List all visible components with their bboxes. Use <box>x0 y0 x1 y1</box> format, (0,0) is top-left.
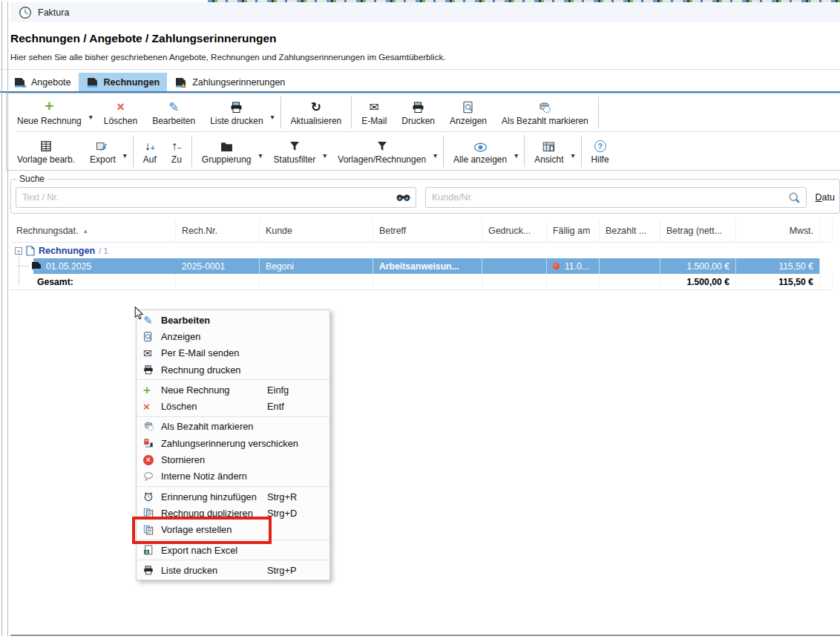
col-bezahlt[interactable]: Bezahlt ... <box>600 220 660 242</box>
alarm-clock-icon <box>143 491 161 502</box>
templates-invoices-dropdown-caret-icon[interactable]: ▾ <box>433 151 441 160</box>
menu-separator <box>137 379 329 380</box>
menu-item-zahlungserinnerung-verschicken[interactable]: Zahlungserinnerung verschicken <box>137 435 329 451</box>
col-gedruckt[interactable]: Gedruck... <box>482 220 547 242</box>
funnel-icon <box>289 137 301 152</box>
menu-item-per-email-senden[interactable]: ✉ Per E-Mail senden <box>137 345 329 361</box>
new-invoice-dropdown-caret-icon[interactable]: ▾ <box>89 113 96 121</box>
template-table-icon <box>40 137 52 152</box>
group-label: Rechnungen <box>39 246 95 256</box>
export-button[interactable]: Export <box>82 132 123 170</box>
menu-item-erinnerung-hinzufuegen[interactable]: Erinnerung hinzufügenStrg+R <box>137 488 329 505</box>
col-rechnungsdatum[interactable]: Rechnungsdat.▲ <box>10 220 176 242</box>
group-row-rechnungen[interactable]: − Rechnungen / 1 <box>10 243 830 258</box>
invoice-number: 2025-0001 <box>176 258 260 274</box>
delete-button[interactable]: × Löschen <box>96 94 145 131</box>
col-betrag[interactable]: Betrag (nett... <box>660 220 736 242</box>
col-betreff[interactable]: Betreff <box>373 220 482 242</box>
plus-icon: + <box>45 99 53 114</box>
print-button[interactable]: Drucken <box>394 94 442 131</box>
help-button[interactable]: ? Hilfe <box>584 132 617 170</box>
toolbar-separator <box>581 135 582 167</box>
collapse-all-button[interactable]: ↑− Zu <box>164 132 189 170</box>
magnifier-icon[interactable] <box>788 191 801 204</box>
window-title: Faktura <box>38 7 69 18</box>
menu-item-interne-notiz-aendern[interactable]: Interne Notiz ändern <box>137 468 329 485</box>
menu-item-neue-rechnung[interactable]: + Neue RechnungEinfg <box>137 381 329 398</box>
invoice-amount: 1.500,00 € <box>660 258 736 274</box>
toolbar-separator <box>191 135 192 167</box>
total-label: Gesamt: <box>37 277 73 287</box>
mark-paid-button[interactable]: Als Bezahlt markieren <box>494 94 596 131</box>
edit-pencil-icon: ✎ <box>168 99 179 114</box>
menu-item-bearbeiten[interactable]: ✎ Bearbeiten <box>137 312 329 328</box>
col-kunde[interactable]: Kunde <box>260 220 373 242</box>
menu-item-liste-drucken[interactable]: Liste druckenStrg+P <box>137 562 329 578</box>
menu-separator <box>137 416 329 417</box>
invoice-subject: Arbeitsanweisun... <box>373 258 482 274</box>
reminder-doc-icon <box>174 77 188 88</box>
search-customer-input[interactable] <box>425 187 807 208</box>
window-border-bottom <box>10 635 840 636</box>
delete-x-icon: × <box>117 99 125 114</box>
export-icon <box>96 137 109 152</box>
offer-doc-icon: % <box>13 77 27 88</box>
envelope-icon: ✉ <box>143 348 161 358</box>
status-filter-button[interactable]: Statusfilter <box>266 132 324 170</box>
menu-item-stornieren[interactable]: × Stornieren <box>137 451 329 468</box>
email-button[interactable]: ✉ E-Mail <box>354 94 394 131</box>
grouping-button[interactable]: Gruppierung <box>194 132 259 170</box>
toolbar: + Neue Rechnung ▾ × Löschen ✎ Bearbeiten… <box>6 93 840 171</box>
binoculars-icon[interactable] <box>396 194 410 202</box>
highlight-annotation-vorlage-erstellen <box>132 517 272 544</box>
view-dropdown-caret-icon[interactable]: ▾ <box>571 151 579 160</box>
invoice-vat: 115,50 € <box>736 258 820 274</box>
edit-pencil-icon: ✎ <box>143 315 161 326</box>
templates-invoices-filter-button[interactable]: Vorlagen/Rechnungen <box>330 132 433 170</box>
total-amount: 1.500,00 € <box>660 274 736 289</box>
total-row: Gesamt: 1.500,00 € 115,50 € <box>10 274 830 290</box>
print-list-button[interactable]: Liste drucken <box>203 94 270 131</box>
sort-asc-icon: ▲ <box>82 228 88 235</box>
search-text-input[interactable] <box>16 187 416 208</box>
edit-template-button[interactable]: Vorlage bearb. <box>10 132 82 170</box>
date-filter-label[interactable]: Datu <box>816 192 835 203</box>
tab-angebote[interactable]: % Angebote <box>6 73 79 91</box>
tab-zahlungserinnerungen[interactable]: Zahlungserinnerungen <box>167 73 292 91</box>
view-button[interactable]: Ansicht <box>527 132 571 170</box>
export-dropdown-caret-icon[interactable]: ▾ <box>123 151 131 160</box>
table-header-row: Rechnungsdat.▲ Rech.Nr. Kunde Betreff Ge… <box>10 220 830 243</box>
col-faellig[interactable]: Fällig am <box>547 220 600 242</box>
edit-button[interactable]: ✎ Bearbeiten <box>145 94 203 131</box>
show-all-dropdown-caret-icon[interactable]: ▾ <box>514 151 522 160</box>
invoice-printed <box>482 258 547 274</box>
new-invoice-button[interactable]: + Neue Rechnung <box>10 94 89 131</box>
faktura-window: Faktura Rechnungen / Angebote / Zahlungs… <box>0 0 840 642</box>
menu-item-als-bezahlt-markieren[interactable]: Als Bezahlt markieren <box>137 419 329 435</box>
menu-item-export-nach-excel[interactable]: X Export nach Excel <box>137 542 329 558</box>
print-list-dropdown-caret-icon[interactable]: ▾ <box>271 113 278 121</box>
window-border-left-outer <box>1 1 2 636</box>
tab-rechnungen[interactable]: Rechnungen <box>79 73 168 91</box>
toolbar-separator <box>133 135 134 167</box>
grouping-dropdown-caret-icon[interactable]: ▾ <box>259 151 266 160</box>
invoice-row-selected[interactable]: 01.05.2025 2025-0001 Begoni Arbeitsanwei… <box>10 258 830 274</box>
tab-label: Zahlungserinnerungen <box>192 77 285 88</box>
send-reminder-icon <box>143 438 161 448</box>
col-mwst[interactable]: Mwst. <box>736 220 820 242</box>
expand-all-button[interactable]: ↓+ Auf <box>136 132 164 170</box>
menu-separator <box>137 486 329 487</box>
tab-bar: % Angebote Rechnungen Zahlungserinnerung… <box>6 73 840 91</box>
menu-item-loeschen[interactable]: × LöschenEntf <box>137 398 329 414</box>
col-rechnr[interactable]: Rech.Nr. <box>176 220 260 242</box>
overdue-dot-icon <box>553 263 560 269</box>
menu-item-rechnung-drucken[interactable]: Rechnung drucken <box>137 361 329 378</box>
menu-item-anzeigen[interactable]: Anzeigen <box>137 328 329 344</box>
status-filter-dropdown-caret-icon[interactable]: ▾ <box>323 151 330 160</box>
folder-icon <box>220 137 233 152</box>
show-all-button[interactable]: Alle anzeigen <box>446 132 514 170</box>
toolbar-separator <box>598 96 599 128</box>
refresh-button[interactable]: ↻ Aktualisieren <box>283 94 350 131</box>
total-vat: 115,50 € <box>736 274 820 289</box>
preview-button[interactable]: Anzeigen <box>442 94 494 131</box>
